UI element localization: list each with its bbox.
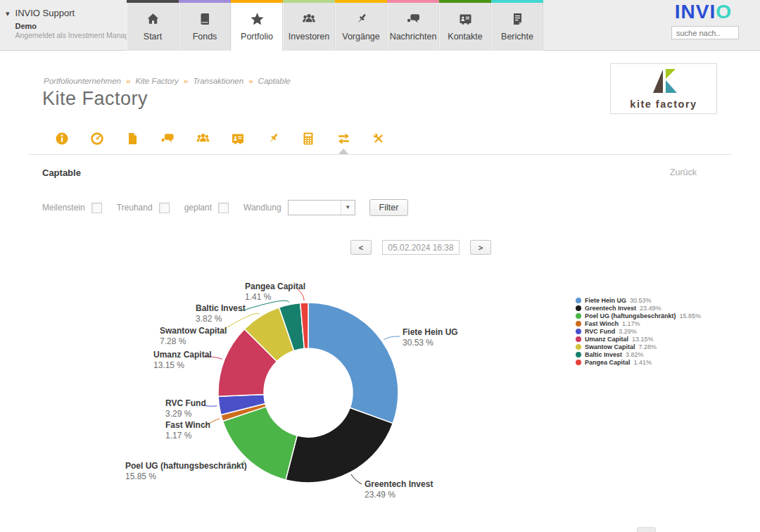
- slice-label: Fast Winch1.17 %: [165, 421, 210, 441]
- tab-portfolio[interactable]: Portfolio: [231, 0, 283, 51]
- section-title: Captable: [42, 167, 81, 178]
- legend-dot: [576, 352, 581, 357]
- breadcrumb-separator: »: [248, 77, 253, 85]
- section-tab-contacts[interactable]: [220, 132, 255, 148]
- captable-donut-chart: Fiete Hein UG30.53 % Greentech Invest23.…: [120, 280, 482, 519]
- conversion-select[interactable]: ▼: [288, 200, 355, 215]
- tab-label: Fonds: [193, 32, 217, 42]
- messages-icon: [160, 132, 175, 146]
- book-icon: [198, 12, 213, 26]
- kite-factory-logo-icon: [650, 69, 678, 94]
- tab-accent: [231, 0, 283, 3]
- people-icon: [196, 132, 210, 146]
- legend-dot: [576, 298, 581, 303]
- filter-bar: Meilenstein Treuhand geplant Wandlung ▼ …: [42, 199, 408, 216]
- account-name: INVIO Support: [15, 8, 136, 18]
- invio-logo-part1: INVI: [675, 1, 716, 23]
- tab-accent: [387, 0, 439, 3]
- pin-icon: [266, 132, 280, 146]
- tab-label: Vorgänge: [342, 32, 380, 42]
- prev-date-button[interactable]: <: [350, 240, 372, 255]
- account-menu-caret-icon[interactable]: ▾: [6, 9, 10, 39]
- date-navigation: < >: [350, 240, 491, 255]
- slice-label: Umanz Capital13.15 %: [153, 350, 212, 370]
- date-field[interactable]: [382, 240, 460, 255]
- legend-dot: [576, 329, 581, 334]
- main-nav: Start Fonds Portfolio Investoren Vorgäng…: [127, 0, 543, 51]
- legend-item[interactable]: Umanz Capital13.15%: [576, 335, 701, 343]
- chevron-down-icon: ▼: [341, 201, 355, 215]
- label-connector: [384, 336, 400, 340]
- legend-item[interactable]: Greentech Invest23.49%: [576, 304, 701, 312]
- breadcrumb-item[interactable]: Captable: [258, 77, 291, 85]
- next-date-button[interactable]: >: [470, 240, 491, 255]
- legend-item[interactable]: Fiete Hein UG30.53%: [576, 296, 701, 304]
- tab-kontakte[interactable]: Kontakte: [439, 0, 491, 51]
- section-tab-people[interactable]: [185, 132, 220, 148]
- tab-start[interactable]: Start: [127, 0, 179, 51]
- planned-label: geplant: [184, 203, 212, 213]
- section-tab-transactions[interactable]: [326, 132, 361, 148]
- tab-label: Investoren: [289, 32, 329, 42]
- tab-label: Nachrichten: [390, 32, 437, 42]
- account-subtitle: Demo: [15, 22, 136, 30]
- section-tab-messages[interactable]: [150, 132, 185, 148]
- tab-label: Berichte: [501, 32, 533, 42]
- breadcrumb-item[interactable]: Transaktionen: [193, 77, 243, 85]
- tab-nachrichten[interactable]: Nachrichten: [387, 0, 439, 51]
- slice-label: RVC Fund3.29 %: [165, 399, 206, 419]
- tab-vorgaenge[interactable]: Vorgänge: [335, 0, 387, 51]
- footer-widget-stub[interactable]: [637, 527, 656, 532]
- label-connector: [351, 474, 362, 484]
- tab-investoren[interactable]: Investoren: [283, 0, 335, 51]
- milestone-label: Meilenstein: [42, 203, 85, 213]
- section-tab-tools[interactable]: [361, 132, 396, 148]
- section-tab-calculator[interactable]: [291, 132, 326, 148]
- people-icon: [301, 12, 317, 26]
- document-icon: [125, 132, 139, 146]
- tab-label: Start: [144, 32, 162, 42]
- pie-slice-0[interactable]: [308, 303, 398, 424]
- tab-berichte[interactable]: Berichte: [491, 0, 543, 51]
- search-input[interactable]: [671, 26, 739, 39]
- tab-label: Portfolio: [241, 32, 273, 42]
- slice-label: Baltic Invest3.82 %: [196, 304, 246, 324]
- company-logo-text: kite factory: [611, 99, 716, 110]
- tab-accent: [179, 0, 231, 3]
- tools-icon: [372, 132, 386, 146]
- legend-item[interactable]: Pangea Capital1.41%: [576, 358, 701, 366]
- conversion-label: Wandlung: [243, 203, 281, 213]
- milestone-checkbox[interactable]: [91, 203, 102, 213]
- home-icon: [146, 12, 160, 26]
- legend-item[interactable]: Fast Winch1.17%: [576, 319, 701, 327]
- account-widget: ▾ INVIO Support Demo Angemeldet als Inve…: [6, 8, 136, 39]
- chart-legend: Fiete Hein UG30.53% Greentech Invest23.4…: [576, 296, 701, 366]
- slice-label: Pangea Capital1.41 %: [245, 282, 305, 302]
- section-tab-pin[interactable]: [255, 132, 291, 148]
- legend-dot: [576, 344, 581, 350]
- legend-item[interactable]: RVC Fund3.29%: [576, 327, 701, 335]
- back-link[interactable]: Zurück: [670, 167, 697, 177]
- account-role: Angemeldet als Investment Manager: [15, 31, 136, 39]
- section-tab-info[interactable]: [44, 132, 80, 148]
- tab-fonds[interactable]: Fonds: [179, 0, 231, 51]
- breadcrumb-item[interactable]: Kite Factory: [135, 77, 178, 85]
- legend-item[interactable]: Poel UG (haftungsbeschränkt)15.85%: [576, 312, 701, 319]
- company-logo: kite factory: [610, 63, 717, 114]
- contact-card-icon: [231, 132, 245, 146]
- planned-checkbox[interactable]: [218, 203, 229, 213]
- dashboard-icon: [90, 132, 104, 146]
- filter-button[interactable]: Filter: [369, 199, 409, 216]
- legend-item[interactable]: Baltic Invest3.82%: [576, 350, 701, 358]
- tab-accent: [439, 0, 491, 3]
- pie-slice-1[interactable]: [286, 408, 393, 483]
- breadcrumb-item[interactable]: Portfoliounternehmen: [44, 77, 121, 85]
- trust-checkbox[interactable]: [159, 203, 170, 213]
- section-tab-document[interactable]: [115, 132, 150, 148]
- legend-dot: [576, 313, 581, 319]
- company-section-tabs: [44, 132, 396, 148]
- transactions-icon: [336, 132, 351, 146]
- star-icon: [250, 12, 265, 26]
- section-tab-dashboard[interactable]: [80, 132, 115, 148]
- legend-item[interactable]: Swantow Capital7.28%: [576, 343, 701, 350]
